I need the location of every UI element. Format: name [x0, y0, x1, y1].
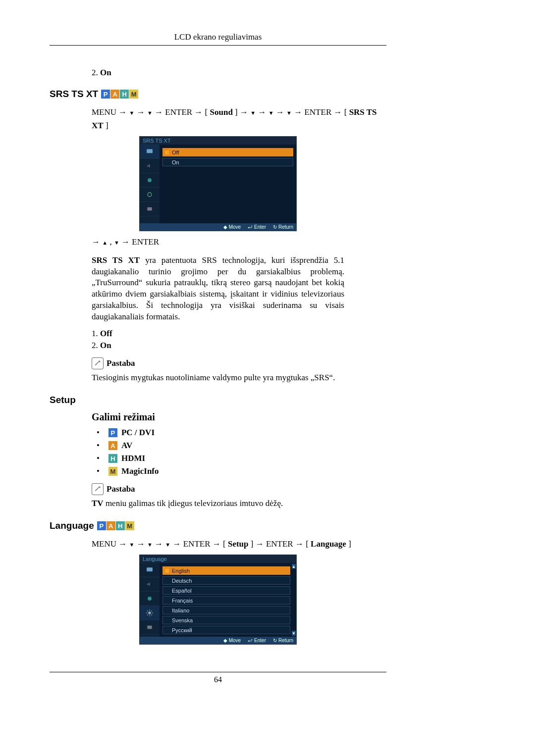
svg-point-6: [148, 612, 151, 614]
osd-tab-sound-icon: [140, 159, 160, 173]
path-text: MENU →: [92, 107, 129, 117]
osd-panel: Language ▲ EnglishDeutschEspañolFrançais…: [139, 554, 297, 645]
list-number: 2.: [92, 341, 98, 350]
mode-label: MagicInfo: [121, 466, 159, 476]
mode-badge-icon: P: [108, 428, 117, 437]
note-label: Pastaba: [107, 484, 135, 494]
osd-tab-sound-icon: [140, 577, 160, 592]
osd-foot-move: ◆ Move: [223, 224, 241, 230]
list-label: Off: [100, 329, 112, 338]
osd-foot-move: ◆ Move: [223, 638, 241, 643]
osd-option-label: Русский: [172, 627, 192, 633]
svg-rect-7: [147, 626, 152, 629]
bullet-icon: [97, 466, 105, 476]
desc-text: yra patentuota SRS technologija, kuri iš…: [92, 255, 344, 322]
heading-text: Language: [50, 520, 94, 531]
svg-point-1: [148, 178, 152, 182]
osd-option-label: English: [172, 568, 190, 574]
scroll-up-icon: ▲: [292, 564, 296, 569]
osd-option: English: [162, 566, 290, 575]
badge-a-icon: A: [107, 521, 115, 530]
modes-subheading: Galimi režimai: [92, 411, 386, 423]
path-text: ] →: [235, 107, 248, 117]
arrow-up-icon: [102, 237, 107, 247]
text: → ENTER: [121, 237, 159, 247]
note-heading-setup: Pastaba: [92, 483, 386, 495]
path-text: → ENTER → [: [172, 539, 225, 549]
mode-item: P PC / DVI: [97, 428, 386, 438]
label: Move: [229, 638, 241, 643]
list-number: 1.: [92, 329, 98, 338]
page-header: LCD ekrano reguliavimas: [50, 32, 386, 46]
note-rest: meniu galimas tik įdiegus televizoriaus …: [104, 499, 283, 508]
badge-p-icon: P: [97, 521, 106, 530]
osd-tab-gear-icon: [140, 606, 160, 620]
path-text: →: [276, 107, 284, 117]
arrow-down-icon: [129, 107, 135, 117]
badge-a-icon: A: [110, 90, 119, 99]
arrow-down-icon: [114, 237, 119, 247]
osd-tab-input-icon: [140, 202, 160, 216]
menu-path-srs: MENU → → → ENTER → [ Sound ] → → → → ENT…: [92, 105, 386, 132]
label: Return: [278, 638, 293, 643]
path-text: →: [258, 107, 266, 117]
note-icon: [92, 357, 104, 369]
path-text: ] → ENTER → [: [251, 539, 309, 549]
osd-foot-enter: ⮐ Enter: [248, 224, 266, 230]
osd-foot-return: ↻ Return: [273, 638, 293, 643]
badge-p-icon: P: [101, 90, 110, 99]
label: Return: [278, 224, 293, 230]
osd-tab-input-icon: [140, 620, 160, 635]
osd-tab-circle-icon: [140, 592, 160, 606]
osd-tab-circle-icon: [140, 173, 160, 188]
bullet-icon: [97, 441, 105, 451]
section-heading-language: Language P A H M: [50, 520, 386, 531]
nav-line-srs: → , → ENTER: [92, 235, 386, 249]
osd-foot-enter: ⮐ Enter: [248, 638, 266, 643]
menu-path-language: MENU → → → → ENTER → [ Setup ] → ENTER →…: [92, 537, 386, 551]
srs-list-item-2: 2. On: [92, 341, 386, 351]
osd-main: Off On: [160, 145, 296, 223]
osd-title: Language: [140, 555, 296, 563]
mode-item: M MagicInfo: [97, 466, 386, 476]
osd-main: ▲ EnglishDeutschEspañolFrançaisItalianoS…: [160, 563, 296, 637]
mode-item: H HDMI: [97, 454, 386, 463]
section-heading-srs: SRS TS XT P A H M: [50, 89, 386, 100]
osd-option-label: Svenska: [172, 617, 193, 623]
srs-list-item-1: 1. Off: [92, 329, 386, 339]
arrow-down-icon: [129, 539, 135, 549]
osd-option-on: On: [162, 158, 293, 166]
osd-option-label: Français: [172, 598, 193, 604]
intro-list-item-2: 2. On: [92, 68, 386, 78]
osd-body: ▲ EnglishDeutschEspañolFrançaisItalianoS…: [140, 563, 296, 637]
osd-foot-return: ↻ Return: [273, 224, 293, 230]
bullet-icon: [97, 454, 105, 463]
osd-option-label: Deutsch: [172, 578, 192, 584]
path-text: ]: [106, 121, 108, 130]
note-text-srs: Tiesioginis mygtukas nuotoliniame valdym…: [92, 372, 344, 384]
mode-label: PC / DVI: [121, 428, 155, 438]
arrow-down-icon: [250, 107, 256, 117]
arrow-down-icon: [286, 107, 292, 117]
osd-option-off: Off: [162, 148, 293, 156]
path-text: →: [137, 539, 147, 549]
badge-h-icon: H: [120, 90, 129, 99]
list-number: 2.: [92, 68, 98, 77]
note-icon: [92, 483, 104, 495]
path-text: ]: [348, 539, 351, 549]
svg-rect-0: [147, 150, 153, 153]
scroll-down-icon: ▼: [292, 631, 296, 636]
osd-option-label: On: [172, 159, 179, 165]
mode-badge-icon: H: [108, 454, 117, 463]
mode-label: HDMI: [121, 454, 145, 463]
osd-option: Svenska: [162, 616, 290, 624]
mode-badges: P A H M: [101, 90, 138, 99]
osd-option-label: Italiano: [172, 607, 189, 613]
osd-footer: ◆ Move ⮐ Enter ↻ Return: [140, 637, 296, 644]
label: Enter: [254, 638, 266, 643]
list-label: On: [100, 341, 111, 350]
path-text: →: [155, 539, 165, 549]
note-bold: TV: [92, 499, 104, 508]
mode-item: A AV: [97, 441, 386, 451]
path-bold: Setup: [228, 539, 249, 549]
